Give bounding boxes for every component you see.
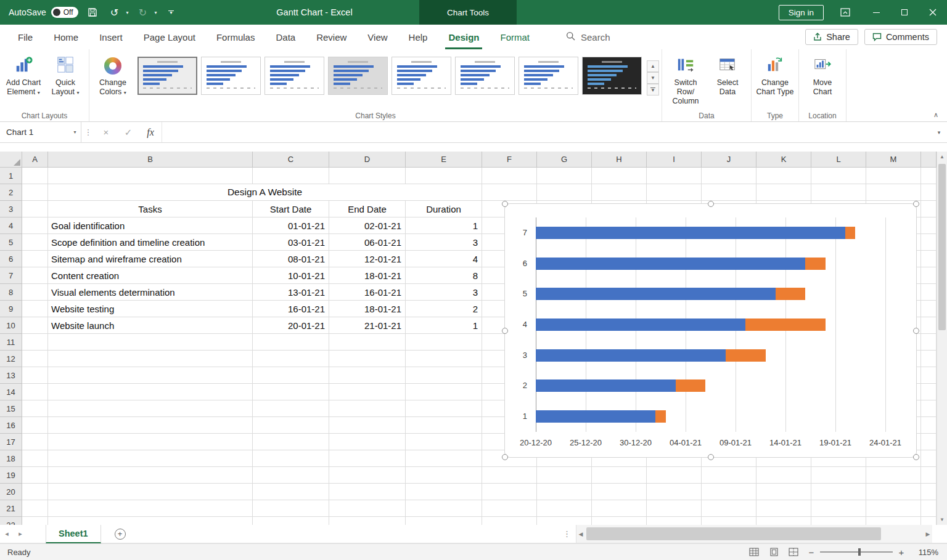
cell-H20[interactable]: [592, 484, 647, 500]
add-chart-element-button[interactable]: Add ChartElement ▾: [2, 52, 44, 97]
cell-J21[interactable]: [702, 500, 756, 517]
cell-partial-9[interactable]: [921, 301, 937, 317]
undo-icon[interactable]: ↺: [107, 4, 123, 20]
cell-A9[interactable]: [22, 301, 48, 317]
cell-C14[interactable]: [253, 384, 329, 400]
cell-E3[interactable]: Duration: [406, 201, 482, 217]
cell-C4[interactable]: 01-01-21: [253, 217, 329, 234]
chart-style-option-6[interactable]: [455, 57, 515, 95]
cell-M19[interactable]: [866, 467, 921, 484]
cell-F20[interactable]: [482, 484, 537, 500]
cell-partial-14[interactable]: [921, 384, 937, 400]
gantt-bar-segment-start[interactable]: [536, 410, 655, 423]
gantt-bar-segment-duration[interactable]: [726, 349, 766, 362]
cell-A2[interactable]: [22, 184, 48, 201]
cell-I21[interactable]: [647, 500, 702, 517]
gantt-bar-segment-start[interactable]: [536, 227, 845, 239]
cell-L21[interactable]: [811, 500, 866, 517]
horizontal-scrollbar[interactable]: ◀ ▶: [576, 525, 932, 543]
cell-B7[interactable]: Content creation: [48, 267, 253, 284]
cell-C10[interactable]: 20-01-21: [253, 317, 329, 334]
cell-A16[interactable]: [22, 417, 48, 434]
row-header-3[interactable]: 3: [0, 201, 22, 217]
row-header-17[interactable]: 17: [0, 434, 22, 450]
cell-C7[interactable]: 10-01-21: [253, 267, 329, 284]
cell-D20[interactable]: [329, 484, 406, 500]
cell-L1[interactable]: [811, 168, 866, 184]
row-header-7[interactable]: 7: [0, 267, 22, 284]
cell-partial-19[interactable]: [921, 467, 937, 484]
cell-G22[interactable]: [537, 517, 592, 525]
cell-A5[interactable]: [22, 234, 48, 251]
column-header-B[interactable]: B: [48, 152, 253, 168]
enter-formula-icon[interactable]: ✓: [117, 122, 139, 142]
cell-C18[interactable]: [253, 450, 329, 467]
tab-scroll-splitter[interactable]: ⋮: [563, 529, 576, 538]
cell-C6[interactable]: 08-01-21: [253, 251, 329, 267]
chart-style-option-8[interactable]: [582, 57, 642, 95]
cell-E19[interactable]: [406, 467, 482, 484]
cell-A7[interactable]: [22, 267, 48, 284]
cell-C8[interactable]: 13-01-21: [253, 284, 329, 301]
cell-K20[interactable]: [756, 484, 811, 500]
cell-B2-merged[interactable]: Design A Website: [48, 184, 482, 201]
cell-H21[interactable]: [592, 500, 647, 517]
cell-A6[interactable]: [22, 251, 48, 267]
redo-icon[interactable]: ↻: [135, 4, 151, 20]
change-chart-type-button[interactable]: ChangeChart Type: [754, 52, 796, 97]
gantt-bar-segment-start[interactable]: [536, 288, 776, 300]
cell-E18[interactable]: [406, 450, 482, 467]
cell-L20[interactable]: [811, 484, 866, 500]
column-header-F[interactable]: F: [482, 152, 537, 168]
cell-partial-13[interactable]: [921, 367, 937, 384]
cell-B5[interactable]: Scope definition and timeline creation: [48, 234, 253, 251]
zoom-level[interactable]: 115%: [914, 548, 938, 557]
column-header-C[interactable]: C: [253, 152, 329, 168]
row-header-11[interactable]: 11: [0, 334, 22, 351]
page-layout-view-icon[interactable]: [768, 547, 779, 557]
row-header-4[interactable]: 4: [0, 217, 22, 234]
cell-E20[interactable]: [406, 484, 482, 500]
cell-B16[interactable]: [48, 417, 253, 434]
cell-C9[interactable]: 16-01-21: [253, 301, 329, 317]
cell-E21[interactable]: [406, 500, 482, 517]
cell-B15[interactable]: [48, 400, 253, 417]
chart-resize-handle[interactable]: [502, 454, 508, 460]
cell-G20[interactable]: [537, 484, 592, 500]
tab-design[interactable]: Design: [438, 25, 490, 49]
cell-L2[interactable]: [811, 184, 866, 201]
gantt-bar-segment-start[interactable]: [536, 258, 805, 270]
cell-B17[interactable]: [48, 434, 253, 450]
redo-dropdown-icon[interactable]: ▾: [155, 10, 157, 15]
comments-button[interactable]: Comments: [864, 29, 937, 45]
cell-D4[interactable]: 02-01-21: [329, 217, 406, 234]
cell-D9[interactable]: 18-01-21: [329, 301, 406, 317]
column-header-H[interactable]: H: [592, 152, 647, 168]
new-sheet-button[interactable]: +: [115, 529, 126, 540]
cell-B6[interactable]: Sitemap and wireframe creation: [48, 251, 253, 267]
cell-D12[interactable]: [329, 351, 406, 367]
gallery-scroll-down-icon[interactable]: ▼: [647, 72, 659, 84]
cell-B20[interactable]: [48, 484, 253, 500]
cell-D7[interactable]: 18-01-21: [329, 267, 406, 284]
ribbon-display-options-icon[interactable]: [837, 4, 853, 20]
cell-C5[interactable]: 03-01-21: [253, 234, 329, 251]
sheet-nav-left-icon[interactable]: ◂: [0, 530, 14, 538]
cell-E7[interactable]: 8: [406, 267, 482, 284]
share-button[interactable]: Share: [805, 29, 858, 45]
chart-resize-handle[interactable]: [708, 201, 714, 207]
row-header-10[interactable]: 10: [0, 317, 22, 334]
cell-partial-17[interactable]: [921, 434, 937, 450]
horizontal-scrollbar-thumb[interactable]: [586, 527, 881, 540]
cell-F19[interactable]: [482, 467, 537, 484]
cell-C12[interactable]: [253, 351, 329, 367]
normal-view-icon[interactable]: [748, 547, 760, 557]
cell-K1[interactable]: [756, 168, 811, 184]
row-header-20[interactable]: 20: [0, 484, 22, 500]
close-button[interactable]: [919, 0, 947, 25]
row-header-1[interactable]: 1: [0, 168, 22, 184]
cell-partial-4[interactable]: [921, 217, 937, 234]
tab-help[interactable]: Help: [398, 25, 438, 49]
cell-E16[interactable]: [406, 417, 482, 434]
chart-resize-handle[interactable]: [502, 328, 508, 334]
